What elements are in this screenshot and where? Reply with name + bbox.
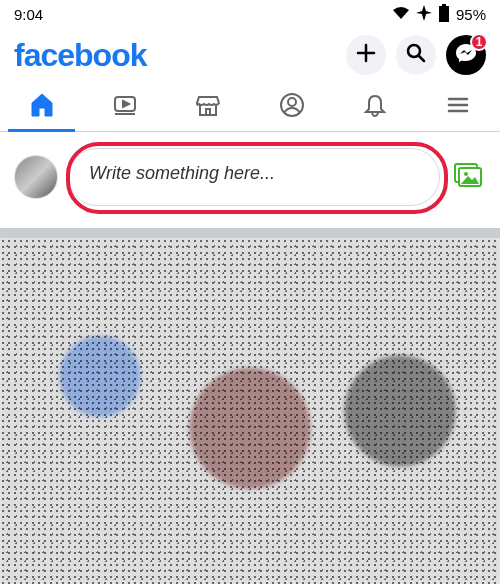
search-icon: [405, 42, 427, 68]
composer: Write something here...: [0, 132, 500, 228]
plus-icon: [355, 42, 377, 68]
status-bar: 9:04 95%: [0, 0, 500, 28]
tab-menu[interactable]: [417, 82, 500, 131]
svg-rect-1: [439, 6, 449, 22]
header-actions: 1: [346, 35, 486, 75]
avatar[interactable]: [14, 155, 58, 199]
wifi-icon: [392, 6, 410, 23]
bell-icon: [361, 91, 389, 123]
obscured-grain: [0, 238, 500, 584]
write-something-input[interactable]: Write something here...: [68, 148, 440, 206]
search-button[interactable]: [396, 35, 436, 75]
add-photo-button[interactable]: [450, 159, 486, 195]
profile-icon: [278, 91, 306, 123]
notification-badge: 1: [470, 33, 488, 51]
status-right: 95%: [392, 4, 486, 25]
battery-percent: 95%: [456, 6, 486, 23]
home-icon: [28, 91, 56, 123]
messenger-button[interactable]: 1: [446, 35, 486, 75]
app-header: facebook 1: [0, 28, 500, 82]
photo-icon: [454, 163, 482, 191]
tab-watch[interactable]: [83, 82, 166, 131]
tab-bar: [0, 82, 500, 132]
feed-stories[interactable]: [0, 238, 500, 584]
tab-home[interactable]: [0, 82, 83, 131]
marketplace-icon: [194, 91, 222, 123]
create-button[interactable]: [346, 35, 386, 75]
watch-icon: [111, 91, 139, 123]
svg-point-8: [464, 172, 468, 176]
tab-marketplace[interactable]: [167, 82, 250, 131]
composer-box: Write something here...: [68, 148, 440, 206]
tab-notifications[interactable]: [333, 82, 416, 131]
tab-profile[interactable]: [250, 82, 333, 131]
section-divider: [0, 228, 500, 238]
svg-rect-0: [442, 4, 446, 6]
svg-point-5: [288, 98, 296, 106]
facebook-logo: facebook: [14, 37, 146, 74]
battery-icon: [438, 4, 450, 25]
status-time: 9:04: [14, 6, 43, 23]
airplane-icon: [416, 5, 432, 24]
hamburger-icon: [444, 91, 472, 123]
